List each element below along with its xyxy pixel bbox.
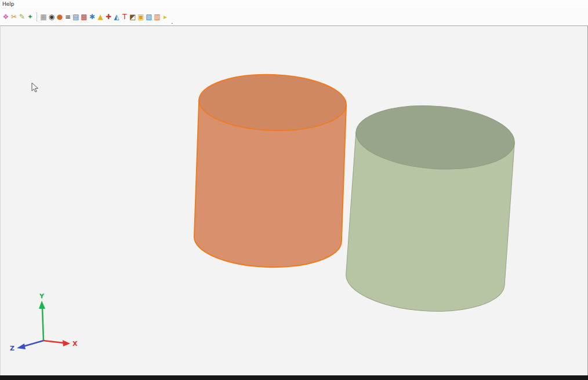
axis-x-line (43, 341, 64, 343)
axis-y-line (42, 308, 43, 341)
viewport-3d-scene: Y X Z (0, 0, 588, 380)
green-cylinder[interactable] (344, 101, 517, 316)
axis-x-label: X (72, 340, 78, 348)
axis-triad: Y X Z (10, 293, 78, 352)
axis-z-arrowhead (17, 344, 26, 349)
mouse-cursor (32, 83, 38, 92)
axis-y-label: Y (39, 293, 45, 300)
axis-z-label: Z (10, 345, 14, 352)
axis-y-arrowhead (39, 301, 45, 309)
axis-z-line (23, 341, 43, 346)
orange-cylinder[interactable] (193, 72, 347, 270)
axis-x-arrowhead (63, 340, 70, 346)
